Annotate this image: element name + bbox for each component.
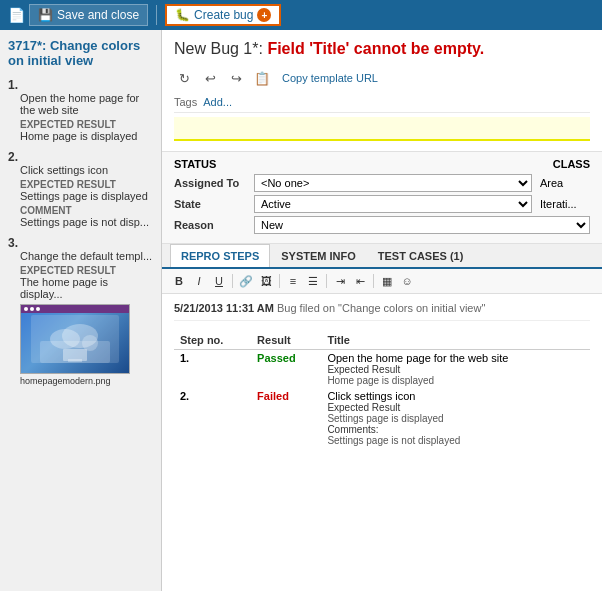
link-icon[interactable]: 🔗	[237, 272, 255, 290]
svg-rect-5	[68, 359, 82, 362]
image-container-3: homepagemodern.png	[20, 304, 153, 386]
main-content: 3717*: Change colors on initial view 1. …	[0, 30, 602, 591]
expected-label-2: EXPECTED RESULT	[20, 179, 153, 190]
expected-value-2: Settings page is displayed	[20, 190, 153, 202]
status-row-assigned: Assigned To <No one> Area	[174, 174, 590, 192]
class-header: CLASS	[553, 158, 590, 170]
expected-label-1: EXPECTED RESULT	[20, 119, 153, 130]
copy-url-button[interactable]: Copy template URL	[278, 70, 382, 86]
title-input[interactable]	[174, 117, 590, 141]
bold-button[interactable]: B	[170, 272, 188, 290]
italic-button[interactable]: I	[190, 272, 208, 290]
image-top-bar	[21, 305, 129, 313]
redo-icon[interactable]: ↪	[226, 68, 246, 88]
step-result: Passed	[251, 350, 321, 389]
log-datetime: 5/21/2013 11:31 AM	[174, 302, 274, 314]
main-toolbar: 📄 💾 Save and close 🐛 Create bug +	[0, 0, 602, 30]
assigned-to-label: Assigned To	[174, 177, 254, 189]
status-section: STATUS CLASS Assigned To <No one> Area S…	[162, 152, 602, 244]
iteration-label: Iterati...	[540, 198, 590, 210]
svg-point-1	[50, 329, 80, 349]
step-detail: Comments: Settings page is not displayed	[327, 424, 584, 446]
ol-icon[interactable]: ≡	[284, 272, 302, 290]
rt-divider-4	[373, 274, 374, 288]
underline-button[interactable]: U	[210, 272, 228, 290]
save-close-button[interactable]: 💾 Save and close	[29, 4, 148, 26]
bug-title-prefix: New Bug 1*:	[174, 40, 263, 57]
step-detail: Expected Result Home page is displayed	[327, 364, 584, 386]
reason-label: Reason	[174, 219, 254, 231]
rt-divider-3	[326, 274, 327, 288]
col-result: Result	[251, 331, 321, 350]
paste-icon[interactable]: 📋	[252, 68, 272, 88]
table-row: 2.FailedClick settings iconExpected Resu…	[174, 388, 590, 448]
bug-toolbar: ↻ ↩ ↪ 📋 Copy template URL	[174, 64, 590, 92]
step-no: 2.	[174, 388, 251, 448]
step-result: Failed	[251, 388, 321, 448]
image-icon[interactable]: 🖼	[257, 272, 275, 290]
image-svg	[35, 321, 115, 366]
col-step-no: Step no.	[174, 331, 251, 350]
expected-label-3: EXPECTED RESULT	[20, 265, 153, 276]
step-number-3: 3.	[8, 236, 153, 250]
comment-label-2: COMMENT	[20, 205, 153, 216]
step-item-3: 3. Change the default templ... EXPECTED …	[8, 236, 153, 386]
step-number-1: 1.	[8, 78, 153, 92]
create-bug-button[interactable]: 🐛 Create bug +	[165, 4, 281, 26]
step-title: Open the home page for the web siteExpec…	[321, 350, 590, 389]
step-text-1: Open the home page for the web site	[20, 92, 153, 116]
outdent-icon[interactable]: ⇤	[351, 272, 369, 290]
reason-select[interactable]: New	[254, 216, 590, 234]
undo-icon[interactable]: ↩	[200, 68, 220, 88]
state-select[interactable]: Active	[254, 195, 532, 213]
svg-rect-4	[63, 349, 87, 361]
image-filename-3: homepagemodern.png	[20, 376, 153, 386]
right-panel: New Bug 1*: Field 'Title' cannot be empt…	[162, 30, 602, 591]
page-icon: 📄	[8, 7, 25, 23]
ul-icon[interactable]: ☰	[304, 272, 322, 290]
rt-divider-1	[232, 274, 233, 288]
col-title: Title	[321, 331, 590, 350]
tags-label: Tags	[174, 96, 197, 108]
tab-system-info[interactable]: SYSTEM INFO	[270, 244, 367, 267]
plus-badge: +	[257, 8, 271, 22]
left-panel: 3717*: Change colors on initial view 1. …	[0, 30, 162, 591]
tabs-bar: REPRO STEPS SYSTEM INFO TEST CASES (1)	[162, 244, 602, 269]
assigned-to-select[interactable]: <No one>	[254, 174, 532, 192]
status-header: STATUS	[174, 158, 216, 170]
refresh-icon[interactable]: ↻	[174, 68, 194, 88]
area-label: Area	[540, 177, 590, 189]
bug-header: New Bug 1*: Field 'Title' cannot be empt…	[162, 30, 602, 152]
svg-rect-0	[40, 341, 110, 363]
indent-icon[interactable]: ⇥	[331, 272, 349, 290]
expected-value-3: The home page is display...	[20, 276, 153, 300]
status-row-state: State Active Iterati...	[174, 195, 590, 213]
svg-point-3	[82, 335, 98, 351]
create-bug-label: Create bug	[194, 8, 253, 22]
table-row: 1.PassedOpen the home page for the web s…	[174, 350, 590, 389]
steps-table: Step no. Result Title 1.PassedOpen the h…	[174, 331, 590, 448]
page-title: 3717*: Change colors on initial view	[8, 38, 153, 68]
step-text-3: Change the default templ...	[20, 250, 153, 262]
toolbar-divider	[156, 5, 157, 25]
rt-divider-2	[279, 274, 280, 288]
step-no: 1.	[174, 350, 251, 389]
emoji-icon[interactable]: ☺	[398, 272, 416, 290]
step-item-1: 1. Open the home page for the web site E…	[8, 78, 153, 142]
tab-test-cases[interactable]: TEST CASES (1)	[367, 244, 475, 267]
comment-value-2: Settings page is not disp...	[20, 216, 153, 228]
log-text: Bug filed on "Change colors on initial v…	[277, 302, 485, 314]
table-icon[interactable]: ▦	[378, 272, 396, 290]
state-label: State	[174, 198, 254, 210]
rich-text-toolbar: B I U 🔗 🖼 ≡ ☰ ⇥ ⇤ ▦ ☺	[162, 269, 602, 294]
bug-icon: 🐛	[175, 8, 190, 22]
step-detail: Expected Result Settings page is display…	[327, 402, 584, 424]
bug-log-entry: 5/21/2013 11:31 AM Bug filed on "Change …	[174, 302, 590, 321]
tab-repro-steps[interactable]: REPRO STEPS	[170, 244, 270, 267]
content-area: 5/21/2013 11:31 AM Bug filed on "Change …	[162, 294, 602, 591]
step-image-3	[20, 304, 130, 374]
tags-row: Tags Add...	[174, 92, 590, 113]
tags-add-button[interactable]: Add...	[203, 96, 232, 108]
steps-table-header: Step no. Result Title	[174, 331, 590, 350]
save-icon: 💾	[38, 8, 53, 22]
